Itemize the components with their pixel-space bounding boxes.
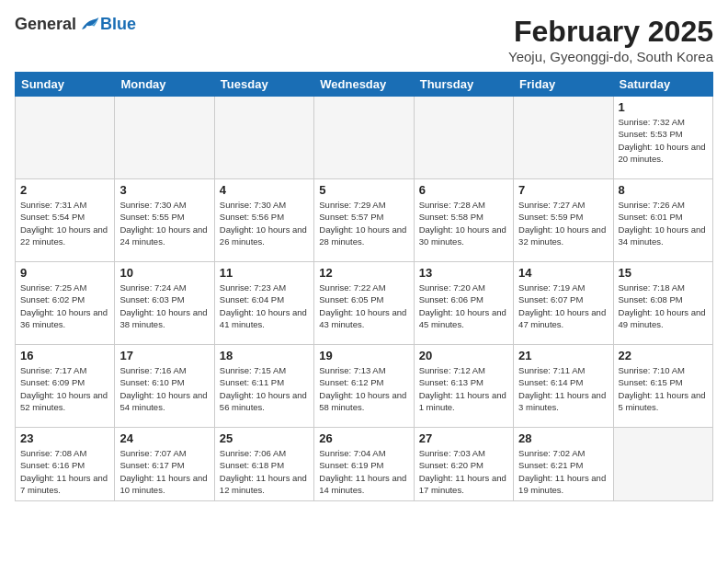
calendar-cell <box>514 97 613 179</box>
calendar-cell: 25Sunrise: 7:06 AM Sunset: 6:18 PM Dayli… <box>214 428 313 501</box>
calendar-cell: 6Sunrise: 7:28 AM Sunset: 5:58 PM Daylig… <box>414 179 513 262</box>
day-header-tuesday: Tuesday <box>214 73 313 97</box>
logo: General Blue <box>15 15 136 34</box>
calendar-week-5: 23Sunrise: 7:08 AM Sunset: 6:16 PM Dayli… <box>16 428 713 501</box>
day-info: Sunrise: 7:18 AM Sunset: 6:08 PM Dayligh… <box>619 282 708 330</box>
day-info: Sunrise: 7:04 AM Sunset: 6:19 PM Dayligh… <box>319 447 408 496</box>
calendar-cell: 19Sunrise: 7:13 AM Sunset: 6:12 PM Dayli… <box>314 345 414 428</box>
calendar-cell <box>414 97 513 179</box>
calendar-cell: 26Sunrise: 7:04 AM Sunset: 6:19 PM Dayli… <box>314 428 414 501</box>
calendar-cell: 27Sunrise: 7:03 AM Sunset: 6:20 PM Dayli… <box>414 428 513 501</box>
calendar-cell: 3Sunrise: 7:30 AM Sunset: 5:55 PM Daylig… <box>115 179 214 262</box>
day-info: Sunrise: 7:28 AM Sunset: 5:58 PM Dayligh… <box>419 199 508 247</box>
logo-blue-text: Blue <box>100 15 136 34</box>
day-number: 13 <box>419 266 508 280</box>
day-info: Sunrise: 7:12 AM Sunset: 6:13 PM Dayligh… <box>419 364 508 413</box>
day-number: 22 <box>619 349 708 362</box>
calendar-cell: 21Sunrise: 7:11 AM Sunset: 6:14 PM Dayli… <box>514 345 613 428</box>
day-info: Sunrise: 7:02 AM Sunset: 6:21 PM Dayligh… <box>518 447 608 496</box>
calendar-cell: 7Sunrise: 7:27 AM Sunset: 5:59 PM Daylig… <box>514 179 613 262</box>
calendar-week-1: 1Sunrise: 7:32 AM Sunset: 5:53 PM Daylig… <box>16 97 713 179</box>
day-number: 14 <box>518 266 608 280</box>
day-info: Sunrise: 7:16 AM Sunset: 6:10 PM Dayligh… <box>119 364 209 413</box>
calendar-table: SundayMondayTuesdayWednesdayThursdayFrid… <box>15 72 713 501</box>
day-info: Sunrise: 7:11 AM Sunset: 6:14 PM Dayligh… <box>518 364 608 413</box>
calendar-week-3: 9Sunrise: 7:25 AM Sunset: 6:02 PM Daylig… <box>16 262 713 345</box>
calendar-cell <box>214 97 313 179</box>
calendar-cell: 20Sunrise: 7:12 AM Sunset: 6:13 PM Dayli… <box>414 345 513 428</box>
day-header-saturday: Saturday <box>613 73 712 97</box>
day-info: Sunrise: 7:27 AM Sunset: 5:59 PM Dayligh… <box>518 199 608 247</box>
calendar-title: February 2025 <box>508 15 713 49</box>
calendar-cell: 17Sunrise: 7:16 AM Sunset: 6:10 PM Dayli… <box>115 345 214 428</box>
day-info: Sunrise: 7:03 AM Sunset: 6:20 PM Dayligh… <box>419 447 508 496</box>
calendar-cell: 28Sunrise: 7:02 AM Sunset: 6:21 PM Dayli… <box>514 428 613 501</box>
day-number: 19 <box>319 349 408 362</box>
day-info: Sunrise: 7:17 AM Sunset: 6:09 PM Dayligh… <box>20 364 109 413</box>
calendar-week-4: 16Sunrise: 7:17 AM Sunset: 6:09 PM Dayli… <box>16 345 713 428</box>
title-block: February 2025 Yeoju, Gyeonggi-do, South … <box>508 15 713 64</box>
day-number: 20 <box>419 349 508 362</box>
day-number: 28 <box>518 431 608 445</box>
day-header-monday: Monday <box>115 73 214 97</box>
day-info: Sunrise: 7:23 AM Sunset: 6:04 PM Dayligh… <box>220 282 309 330</box>
day-info: Sunrise: 7:15 AM Sunset: 6:11 PM Dayligh… <box>220 364 309 413</box>
day-number: 3 <box>119 183 209 197</box>
day-info: Sunrise: 7:19 AM Sunset: 6:07 PM Dayligh… <box>518 282 608 330</box>
day-number: 17 <box>119 349 209 362</box>
day-header-thursday: Thursday <box>414 73 513 97</box>
calendar-subtitle: Yeoju, Gyeonggi-do, South Korea <box>508 49 713 64</box>
day-header-wednesday: Wednesday <box>314 73 414 97</box>
day-number: 27 <box>419 431 508 445</box>
calendar-cell <box>16 97 115 179</box>
day-number: 1 <box>619 100 708 114</box>
day-number: 4 <box>220 183 309 197</box>
calendar-header-row: SundayMondayTuesdayWednesdayThursdayFrid… <box>16 73 713 97</box>
calendar-cell: 10Sunrise: 7:24 AM Sunset: 6:03 PM Dayli… <box>115 262 214 345</box>
page-header: General Blue February 2025 Yeoju, Gyeong… <box>15 15 713 64</box>
day-info: Sunrise: 7:10 AM Sunset: 6:15 PM Dayligh… <box>619 364 708 413</box>
calendar-cell: 23Sunrise: 7:08 AM Sunset: 6:16 PM Dayli… <box>16 428 115 501</box>
day-info: Sunrise: 7:32 AM Sunset: 5:53 PM Dayligh… <box>619 116 708 165</box>
day-header-friday: Friday <box>514 73 613 97</box>
day-number: 26 <box>319 431 408 445</box>
day-number: 16 <box>20 349 109 362</box>
day-number: 10 <box>119 266 209 280</box>
day-info: Sunrise: 7:06 AM Sunset: 6:18 PM Dayligh… <box>220 447 309 496</box>
calendar-cell: 2Sunrise: 7:31 AM Sunset: 5:54 PM Daylig… <box>16 179 115 262</box>
day-number: 15 <box>619 266 708 280</box>
calendar-cell: 4Sunrise: 7:30 AM Sunset: 5:56 PM Daylig… <box>214 179 313 262</box>
day-info: Sunrise: 7:24 AM Sunset: 6:03 PM Dayligh… <box>119 282 209 330</box>
day-info: Sunrise: 7:29 AM Sunset: 5:57 PM Dayligh… <box>319 199 408 247</box>
calendar-cell: 13Sunrise: 7:20 AM Sunset: 6:06 PM Dayli… <box>414 262 513 345</box>
day-info: Sunrise: 7:22 AM Sunset: 6:05 PM Dayligh… <box>319 282 408 330</box>
calendar-cell <box>314 97 414 179</box>
calendar-week-2: 2Sunrise: 7:31 AM Sunset: 5:54 PM Daylig… <box>16 179 713 262</box>
day-number: 7 <box>518 183 608 197</box>
day-info: Sunrise: 7:31 AM Sunset: 5:54 PM Dayligh… <box>20 199 109 247</box>
day-number: 11 <box>220 266 309 280</box>
day-info: Sunrise: 7:08 AM Sunset: 6:16 PM Dayligh… <box>20 447 109 496</box>
day-number: 12 <box>319 266 408 280</box>
logo-general-text: General <box>15 15 76 34</box>
calendar-cell: 15Sunrise: 7:18 AM Sunset: 6:08 PM Dayli… <box>613 262 712 345</box>
calendar-cell: 16Sunrise: 7:17 AM Sunset: 6:09 PM Dayli… <box>16 345 115 428</box>
calendar-cell: 1Sunrise: 7:32 AM Sunset: 5:53 PM Daylig… <box>613 97 712 179</box>
day-info: Sunrise: 7:13 AM Sunset: 6:12 PM Dayligh… <box>319 364 408 413</box>
day-info: Sunrise: 7:30 AM Sunset: 5:56 PM Dayligh… <box>220 199 309 247</box>
day-number: 8 <box>619 183 708 197</box>
calendar-cell: 12Sunrise: 7:22 AM Sunset: 6:05 PM Dayli… <box>314 262 414 345</box>
day-info: Sunrise: 7:25 AM Sunset: 6:02 PM Dayligh… <box>20 282 109 330</box>
calendar-cell: 11Sunrise: 7:23 AM Sunset: 6:04 PM Dayli… <box>214 262 313 345</box>
day-info: Sunrise: 7:07 AM Sunset: 6:17 PM Dayligh… <box>119 447 209 496</box>
day-number: 5 <box>319 183 408 197</box>
day-number: 9 <box>20 266 109 280</box>
day-number: 21 <box>518 349 608 362</box>
calendar-cell <box>613 428 712 501</box>
day-number: 25 <box>220 431 309 445</box>
calendar-cell: 24Sunrise: 7:07 AM Sunset: 6:17 PM Dayli… <box>115 428 214 501</box>
logo-bird-icon <box>78 16 100 34</box>
day-number: 18 <box>220 349 309 362</box>
calendar-cell: 22Sunrise: 7:10 AM Sunset: 6:15 PM Dayli… <box>613 345 712 428</box>
calendar-cell: 8Sunrise: 7:26 AM Sunset: 6:01 PM Daylig… <box>613 179 712 262</box>
